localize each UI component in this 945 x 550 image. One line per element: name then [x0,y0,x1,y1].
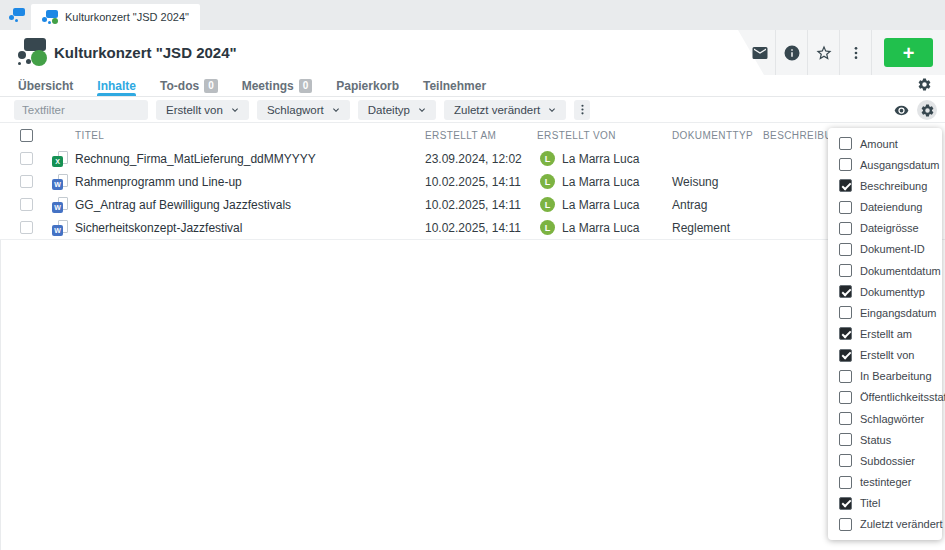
column-option-ausgangsdatum[interactable]: Ausgangsdatum [828,154,942,175]
checkbox[interactable] [839,285,852,298]
chevron-down-icon [546,104,558,116]
column-option-dateigroesse[interactable]: Dateigrösse [828,218,942,239]
table-row[interactable]: X Rechnung_Firma_MatLieferung_ddMMYYYY 2… [0,147,945,171]
column-header-dokumenttyp[interactable]: DOKUMENTTYP [672,123,753,147]
tab-uebersicht[interactable]: Übersicht [18,75,73,96]
document-type: Reglement [672,216,730,239]
more-filters-button[interactable] [574,100,590,120]
row-checkbox[interactable] [20,198,33,211]
checkbox[interactable] [839,370,852,383]
document-title[interactable]: Sicherheitskonzept-Jazzfestival [75,216,242,239]
table-header: TITEL ERSTELLT AM ERSTELLT VON DOKUMENTT… [0,123,945,148]
dossier-header: Kulturkonzert "JSD 2024" + [0,30,945,76]
filter-bar: Erstellt von Schlagwort Dateityp Zuletzt… [0,97,945,123]
column-option-zuletzt-veraendert[interactable]: Zuletzt verändert [828,514,942,535]
column-option-dokumenttyp[interactable]: Dokumenttyp [828,281,942,302]
favorite-button[interactable] [808,30,840,75]
checkbox[interactable] [839,349,852,362]
tab-meetings[interactable]: Meetings 0 [242,75,313,96]
column-option-in-bearbeitung[interactable]: In Bearbeitung [828,366,942,387]
created-by-name: La Marra Luca [562,175,639,189]
checkbox[interactable] [839,179,852,192]
filter-schlagwort[interactable]: Schlagwort [257,100,350,120]
column-option-amount[interactable]: Amount [828,133,942,154]
tab-todos[interactable]: To-dos 0 [160,75,218,96]
add-button[interactable]: + [884,38,933,67]
column-header-erstellt-von[interactable]: ERSTELLT VON [537,123,616,147]
checkbox[interactable] [839,222,852,235]
column-option-beschreibung[interactable]: Beschreibung [828,175,942,196]
created-by: L La Marra Luca [540,147,639,170]
gear-icon [920,103,935,118]
column-option-titel[interactable]: Titel [828,493,942,514]
checkbox[interactable] [839,137,852,150]
column-option-oeffentlichkeitsstatus[interactable]: Öffentlichkeitsstatus [828,387,942,408]
row-checkbox[interactable] [20,221,33,234]
checkbox[interactable] [839,327,852,340]
checkbox[interactable] [839,497,852,510]
document-title[interactable]: Rahmenprogramm und Line-up [75,170,242,193]
tab-label: Meetings [242,79,294,93]
checkbox[interactable] [839,433,852,446]
checkbox[interactable] [839,476,852,489]
mail-button[interactable] [744,30,776,75]
checkbox[interactable] [839,158,852,171]
row-checkbox[interactable] [20,175,33,188]
row-checkbox[interactable] [20,152,33,165]
table-row[interactable]: W Rahmenprogramm und Line-up 10.02.2025,… [0,170,945,194]
column-header-titel[interactable]: TITEL [75,123,104,147]
filter-dateityp[interactable]: Dateityp [358,100,436,120]
document-title[interactable]: Rechnung_Firma_MatLieferung_ddMMYYYY [75,147,316,170]
created-at: 23.09.2024, 12:02 [425,147,522,170]
column-header-erstellt-am[interactable]: ERSTELLT AM [425,123,496,147]
created-by-name: La Marra Luca [562,198,639,212]
info-icon [783,44,801,62]
dossier-logo-icon [17,37,47,67]
avatar: L [540,151,555,166]
column-option-eingangsdatum[interactable]: Eingangsdatum [828,302,942,323]
checkbox[interactable] [839,264,852,277]
column-option-subdossier[interactable]: Subdossier [828,450,942,471]
word-file-icon: W [52,197,68,213]
checkbox[interactable] [839,306,852,319]
created-by: L La Marra Luca [540,193,639,216]
column-option-erstellt-von[interactable]: Erstellt von [828,345,942,366]
table-row[interactable]: W GG_Antrag auf Bewilligung Jazzfestival… [0,193,945,217]
tab-inhalte[interactable]: Inhalte [97,75,136,96]
checkbox[interactable] [839,518,852,531]
checkbox[interactable] [839,391,852,404]
checkbox[interactable] [839,201,852,214]
created-at: 10.02.2025, 14:11 [425,193,521,216]
checkbox[interactable] [839,454,852,467]
tab-label: Inhalte [97,79,136,93]
document-title[interactable]: GG_Antrag auf Bewilligung Jazzfestivals [75,193,291,216]
visibility-button[interactable] [891,100,911,120]
checkbox[interactable] [839,412,852,425]
add-button-label: + [903,43,915,63]
column-option-erstellt-am[interactable]: Erstellt am [828,323,942,344]
column-option-testinteger[interactable]: testinteger [828,472,942,493]
info-button[interactable] [776,30,808,75]
column-option-status[interactable]: Status [828,429,942,450]
column-settings-button[interactable] [917,100,937,120]
open-dossier-tab[interactable]: Kulturkonzert "JSD 2024" [31,4,200,30]
table-row[interactable]: W Sicherheitskonzept-Jazzfestival 10.02.… [0,216,945,240]
text-filter-input[interactable] [14,100,148,120]
filter-erstellt-von[interactable]: Erstellt von [156,100,249,120]
column-option-schlagwoerter[interactable]: Schlagwörter [828,408,942,429]
more-actions-button[interactable] [840,30,872,75]
app-window: Kulturkonzert "JSD 2024" Kulturkonzert "… [0,0,945,550]
tab-teilnehmer[interactable]: Teilnehmer [423,75,486,96]
word-file-icon: W [52,220,68,236]
column-option-dokumentdatum[interactable]: Dokumentdatum [828,260,942,281]
select-all-checkbox[interactable] [20,129,33,142]
checkbox[interactable] [839,243,852,256]
home-button[interactable] [6,5,28,25]
chevron-down-icon [330,104,342,116]
filter-zuletzt-veraendert[interactable]: Zuletzt verändert [444,100,566,120]
tab-papierkorb[interactable]: Papierkorb [336,75,399,96]
column-option-dokument-id[interactable]: Dokument-ID [828,239,942,260]
tab-settings-button[interactable] [917,77,932,96]
window-tab-bar: Kulturkonzert "JSD 2024" [0,0,945,30]
column-option-dateiendung[interactable]: Dateiendung [828,196,942,217]
